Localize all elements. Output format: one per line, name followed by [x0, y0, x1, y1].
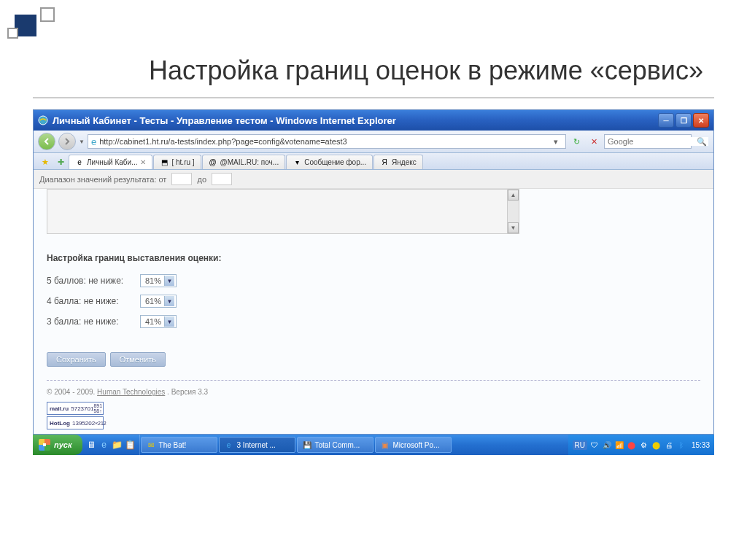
task-app-icon: ✉: [146, 440, 156, 450]
task-label: The Bat!: [159, 441, 187, 449]
taskbar-item[interactable]: ▣Microsoft Po...: [375, 437, 452, 453]
slide-divider: [33, 97, 714, 98]
tab-bar: ★ ✚ eЛичный Каби...✕⬒[ ht.ru ]@@MAIL.RU:…: [34, 153, 713, 170]
svg-point-0: [39, 116, 47, 125]
close-button[interactable]: ✕: [693, 113, 709, 128]
description-textarea[interactable]: ▲ ▼: [47, 189, 519, 234]
ql-app2-icon[interactable]: 📋: [125, 439, 136, 451]
favorites-button[interactable]: ★: [38, 155, 53, 168]
browser-tab[interactable]: eЛичный Каби...✕: [69, 155, 152, 169]
windows-logo-icon: [39, 439, 50, 451]
tray-icon-7[interactable]: 🖨: [664, 440, 674, 450]
dropdown-icon[interactable]: ▼: [164, 276, 174, 286]
tray-icon-1[interactable]: 🛡: [589, 440, 600, 450]
ql-app-icon[interactable]: 📁: [112, 439, 123, 451]
counter-badge[interactable]: HotLog1395202«212: [47, 416, 104, 429]
quick-launch: 🖥 e 📁 📋: [82, 435, 140, 455]
grade-select[interactable]: 41%▼: [140, 315, 177, 328]
tab-close-icon[interactable]: ✕: [140, 158, 146, 166]
tab-favicon-icon: ⬒: [160, 158, 169, 167]
grades-section-title: Настройка границ выставления оценки:: [47, 240, 700, 271]
footer-link[interactable]: Human Technologies: [97, 388, 165, 396]
start-button[interactable]: пуск: [33, 435, 82, 455]
titlebar: Личный Кабинет - Тесты - Управление тест…: [34, 110, 713, 131]
task-app-icon: 💾: [302, 440, 312, 450]
ie-icon: [38, 115, 48, 125]
tray-bluetooth-icon[interactable]: ᛒ: [676, 440, 686, 450]
range-from-input[interactable]: [171, 173, 192, 185]
grade-row: 3 балла: не ниже:41%▼: [47, 311, 700, 332]
grade-row: 5 баллов: не ниже:81%▼: [47, 271, 700, 291]
tray-icon-5[interactable]: ⚙: [639, 440, 649, 450]
tab-favicon-icon: ▾: [293, 158, 301, 167]
tray-icon-6[interactable]: ⬤: [651, 440, 662, 450]
dropdown-icon[interactable]: ▼: [164, 296, 174, 306]
button-row: Сохранить Отменить: [47, 332, 700, 376]
address-bar[interactable]: e ▾: [88, 134, 566, 149]
minimize-button[interactable]: ─: [658, 113, 674, 128]
tab-label: Сообщение фор...: [304, 158, 366, 166]
search-input[interactable]: [608, 137, 708, 146]
grade-value: 41%: [142, 317, 164, 326]
browser-tab[interactable]: @@MAIL.RU: поч...: [202, 155, 286, 169]
taskbar-item[interactable]: ✉The Bat!: [141, 437, 217, 453]
clock[interactable]: 15:33: [689, 441, 710, 449]
browser-tab[interactable]: ⬒[ ht.ru ]: [153, 155, 201, 169]
textarea-scrollbar[interactable]: ▲ ▼: [507, 190, 519, 233]
ql-ie-icon[interactable]: e: [98, 439, 110, 451]
tray-icon-2[interactable]: 🔊: [602, 440, 612, 450]
range-row: Диапазон значений результата: от до: [34, 170, 713, 189]
system-tray: RU 🛡 🔊 📶 ⬤ ⚙ ⬤ 🖨 ᛒ 15:33: [568, 435, 714, 455]
footer-copyright: © 2004 - 2009. Human Technologies . Верс…: [34, 384, 713, 400]
grade-select[interactable]: 61%▼: [140, 295, 177, 308]
tray-icon-4[interactable]: ⬤: [627, 440, 637, 450]
url-input[interactable]: [99, 137, 551, 146]
search-button[interactable]: 🔍: [694, 134, 709, 149]
taskbar-item[interactable]: 💾Total Comm...: [297, 437, 374, 453]
footer-divider: [47, 380, 700, 381]
dropdown-icon[interactable]: ▼: [164, 316, 174, 327]
navigation-bar: ▼ e ▾ ↻ ✕ 🔍: [34, 131, 713, 153]
taskbar: пуск 🖥 e 📁 📋 ✉The Bat!e3 Internet ...💾To…: [33, 435, 714, 455]
add-favorites-button[interactable]: ✚: [53, 155, 68, 168]
ql-show-desktop-icon[interactable]: 🖥: [85, 439, 97, 451]
counters: mail.ru572370189158↑HotLog1395202«212: [34, 400, 713, 434]
task-label: 3 Internet ...: [237, 441, 276, 449]
stop-button[interactable]: ✕: [587, 134, 601, 149]
save-button[interactable]: Сохранить: [47, 352, 106, 367]
tab-favicon-icon: @: [209, 158, 217, 167]
grade-value: 61%: [142, 297, 164, 306]
address-dropdown-icon[interactable]: ▾: [554, 137, 562, 147]
refresh-button[interactable]: ↻: [569, 134, 584, 149]
maximize-button[interactable]: ❐: [676, 113, 692, 128]
scroll-down-icon[interactable]: ▼: [508, 222, 519, 233]
forward-button[interactable]: [58, 133, 76, 150]
counter-badge[interactable]: mail.ru572370189158↑: [47, 402, 104, 415]
taskbar-item[interactable]: e3 Internet ...: [219, 437, 295, 453]
tab-label: @MAIL.RU: поч...: [220, 158, 279, 166]
tab-favicon-icon: e: [75, 158, 84, 167]
grade-select[interactable]: 81%▼: [140, 274, 177, 287]
back-button[interactable]: [38, 133, 55, 150]
browser-tab[interactable]: ▾Сообщение фор...: [286, 155, 373, 169]
cancel-button[interactable]: Отменить: [110, 352, 166, 367]
range-to-input[interactable]: [212, 173, 232, 185]
language-indicator[interactable]: RU: [573, 440, 587, 450]
task-app-icon: ▣: [380, 440, 390, 450]
window-title: Личный Кабинет - Тесты - Управление тест…: [53, 115, 654, 126]
task-label: Microsoft Po...: [393, 441, 440, 449]
page-content: Диапазон значений результата: от до ▲ ▼ …: [34, 170, 713, 434]
grade-value: 81%: [142, 276, 164, 285]
grade-label: 5 баллов: не ниже:: [47, 276, 134, 286]
scroll-up-icon[interactable]: ▲: [508, 190, 519, 201]
task-app-icon: e: [224, 440, 234, 450]
tab-label: Яндекс: [392, 158, 417, 166]
task-label: Total Comm...: [315, 441, 360, 449]
tab-favicon-icon: Я: [380, 158, 389, 167]
search-box[interactable]: [604, 134, 692, 149]
tab-label: Личный Каби...: [87, 158, 137, 166]
grade-label: 3 балла: не ниже:: [47, 316, 134, 327]
browser-tab[interactable]: ЯЯндекс: [374, 155, 423, 169]
tray-icon-3[interactable]: 📶: [614, 440, 624, 450]
slide-title: Настройка границ оценок в режиме «сервис…: [0, 0, 747, 97]
